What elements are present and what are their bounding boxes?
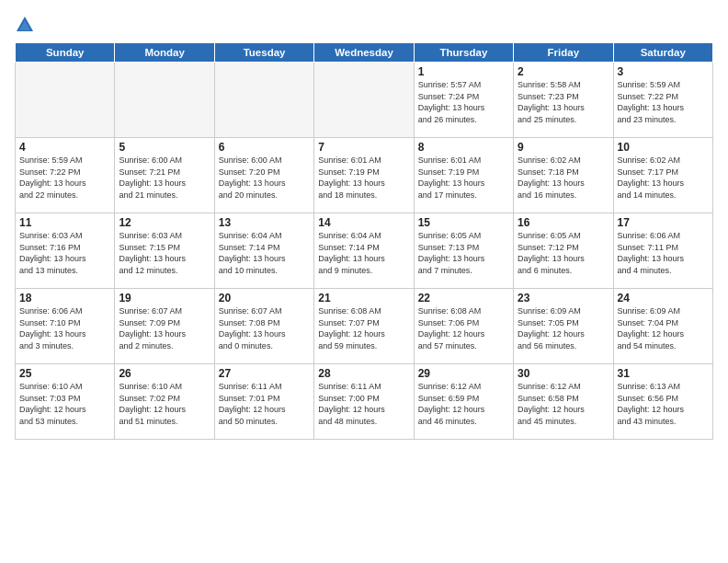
- calendar-cell: 28Sunrise: 6:11 AMSunset: 7:00 PMDayligh…: [314, 364, 414, 440]
- day-number: 1: [418, 65, 509, 78]
- calendar-cell: 8Sunrise: 6:01 AMSunset: 7:19 PMDaylight…: [414, 138, 513, 213]
- calendar-cell: [314, 63, 414, 138]
- calendar-cell: 1Sunrise: 5:57 AMSunset: 7:24 PMDaylight…: [414, 63, 513, 138]
- day-number: 26: [119, 367, 210, 380]
- day-info: Sunrise: 6:07 AMSunset: 7:08 PMDaylight:…: [219, 305, 310, 351]
- day-info: Sunrise: 6:02 AMSunset: 7:18 PMDaylight:…: [518, 155, 609, 201]
- calendar-cell: 14Sunrise: 6:04 AMSunset: 7:14 PMDayligh…: [314, 213, 414, 289]
- day-info: Sunrise: 6:02 AMSunset: 7:17 PMDaylight:…: [618, 155, 709, 201]
- day-info: Sunrise: 6:11 AMSunset: 7:00 PMDaylight:…: [318, 381, 409, 427]
- day-info: Sunrise: 6:08 AMSunset: 7:06 PMDaylight:…: [418, 305, 509, 351]
- calendar-cell: 7Sunrise: 6:01 AMSunset: 7:19 PMDaylight…: [314, 138, 414, 213]
- weekday-header-sunday: Sunday: [16, 43, 115, 63]
- day-number: 28: [318, 367, 409, 380]
- day-number: 20: [219, 292, 310, 304]
- day-number: 3: [618, 65, 709, 78]
- day-info: Sunrise: 6:03 AMSunset: 7:16 PMDaylight:…: [19, 230, 110, 276]
- calendar-cell: 26Sunrise: 6:10 AMSunset: 7:02 PMDayligh…: [115, 364, 214, 440]
- day-info: Sunrise: 6:01 AMSunset: 7:19 PMDaylight:…: [318, 155, 409, 201]
- calendar-cell: 2Sunrise: 5:58 AMSunset: 7:23 PMDaylight…: [514, 63, 613, 138]
- day-number: 6: [219, 141, 310, 154]
- day-number: 23: [518, 292, 609, 304]
- calendar-cell: 12Sunrise: 6:03 AMSunset: 7:15 PMDayligh…: [115, 213, 214, 289]
- weekday-header-thursday: Thursday: [414, 43, 513, 63]
- calendar-cell: 21Sunrise: 6:08 AMSunset: 7:07 PMDayligh…: [314, 289, 414, 364]
- day-number: 12: [119, 216, 210, 229]
- day-number: 21: [318, 292, 409, 304]
- calendar-cell: 17Sunrise: 6:06 AMSunset: 7:11 PMDayligh…: [613, 213, 712, 289]
- header: [15, 15, 713, 35]
- day-info: Sunrise: 6:06 AMSunset: 7:11 PMDaylight:…: [618, 230, 709, 276]
- day-info: Sunrise: 5:57 AMSunset: 7:24 PMDaylight:…: [418, 79, 509, 125]
- day-number: 31: [618, 367, 709, 380]
- page: SundayMondayTuesdayWednesdayThursdayFrid…: [0, 0, 728, 563]
- calendar-cell: 24Sunrise: 6:09 AMSunset: 7:04 PMDayligh…: [613, 289, 712, 364]
- weekday-header-friday: Friday: [514, 43, 613, 63]
- calendar-cell: 3Sunrise: 5:59 AMSunset: 7:22 PMDaylight…: [613, 63, 712, 138]
- calendar-cell: 11Sunrise: 6:03 AMSunset: 7:16 PMDayligh…: [16, 213, 115, 289]
- weekday-header-tuesday: Tuesday: [214, 43, 313, 63]
- day-number: 27: [219, 367, 310, 380]
- day-info: Sunrise: 6:00 AMSunset: 7:20 PMDaylight:…: [219, 155, 310, 201]
- day-number: 4: [19, 141, 110, 154]
- calendar-cell: 31Sunrise: 6:13 AMSunset: 6:56 PMDayligh…: [613, 364, 712, 440]
- calendar-cell: 15Sunrise: 6:05 AMSunset: 7:13 PMDayligh…: [414, 213, 513, 289]
- day-info: Sunrise: 6:05 AMSunset: 7:13 PMDaylight:…: [418, 230, 509, 276]
- day-number: 10: [618, 141, 709, 154]
- day-info: Sunrise: 6:10 AMSunset: 7:03 PMDaylight:…: [19, 381, 110, 427]
- day-info: Sunrise: 6:04 AMSunset: 7:14 PMDaylight:…: [219, 230, 310, 276]
- day-info: Sunrise: 5:59 AMSunset: 7:22 PMDaylight:…: [618, 79, 709, 125]
- calendar-cell: 23Sunrise: 6:09 AMSunset: 7:05 PMDayligh…: [514, 289, 613, 364]
- logo: [15, 15, 39, 35]
- calendar-week-1: 1Sunrise: 5:57 AMSunset: 7:24 PMDaylight…: [16, 63, 713, 138]
- day-number: 2: [518, 65, 609, 78]
- day-info: Sunrise: 6:00 AMSunset: 7:21 PMDaylight:…: [119, 155, 210, 201]
- calendar-cell: 9Sunrise: 6:02 AMSunset: 7:18 PMDaylight…: [514, 138, 613, 213]
- day-number: 22: [418, 292, 509, 304]
- calendar-cell: 19Sunrise: 6:07 AMSunset: 7:09 PMDayligh…: [115, 289, 214, 364]
- calendar-cell: 13Sunrise: 6:04 AMSunset: 7:14 PMDayligh…: [214, 213, 313, 289]
- day-number: 19: [119, 292, 210, 304]
- calendar-cell: 27Sunrise: 6:11 AMSunset: 7:01 PMDayligh…: [214, 364, 313, 440]
- calendar-cell: [115, 63, 214, 138]
- day-info: Sunrise: 6:06 AMSunset: 7:10 PMDaylight:…: [19, 305, 110, 351]
- day-info: Sunrise: 6:11 AMSunset: 7:01 PMDaylight:…: [219, 381, 310, 427]
- calendar-cell: 30Sunrise: 6:12 AMSunset: 6:58 PMDayligh…: [514, 364, 613, 440]
- day-number: 24: [618, 292, 709, 304]
- day-info: Sunrise: 6:01 AMSunset: 7:19 PMDaylight:…: [418, 155, 509, 201]
- calendar-week-3: 11Sunrise: 6:03 AMSunset: 7:16 PMDayligh…: [16, 213, 713, 289]
- day-info: Sunrise: 5:59 AMSunset: 7:22 PMDaylight:…: [19, 155, 110, 201]
- weekday-header-monday: Monday: [115, 43, 214, 63]
- day-number: 5: [119, 141, 210, 154]
- calendar: SundayMondayTuesdayWednesdayThursdayFrid…: [15, 42, 713, 440]
- day-info: Sunrise: 6:12 AMSunset: 6:59 PMDaylight:…: [418, 381, 509, 427]
- day-number: 15: [418, 216, 509, 229]
- day-number: 18: [19, 292, 110, 304]
- day-number: 25: [19, 367, 110, 380]
- calendar-cell: 4Sunrise: 5:59 AMSunset: 7:22 PMDaylight…: [16, 138, 115, 213]
- day-number: 8: [418, 141, 509, 154]
- day-number: 29: [418, 367, 509, 380]
- calendar-cell: 6Sunrise: 6:00 AMSunset: 7:20 PMDaylight…: [214, 138, 313, 213]
- calendar-cell: 20Sunrise: 6:07 AMSunset: 7:08 PMDayligh…: [214, 289, 313, 364]
- day-info: Sunrise: 6:07 AMSunset: 7:09 PMDaylight:…: [119, 305, 210, 351]
- day-info: Sunrise: 6:03 AMSunset: 7:15 PMDaylight:…: [119, 230, 210, 276]
- calendar-cell: 18Sunrise: 6:06 AMSunset: 7:10 PMDayligh…: [16, 289, 115, 364]
- day-number: 16: [518, 216, 609, 229]
- calendar-cell: [214, 63, 313, 138]
- day-info: Sunrise: 6:10 AMSunset: 7:02 PMDaylight:…: [119, 381, 210, 427]
- weekday-header-row: SundayMondayTuesdayWednesdayThursdayFrid…: [16, 43, 713, 63]
- weekday-header-wednesday: Wednesday: [314, 43, 414, 63]
- calendar-week-4: 18Sunrise: 6:06 AMSunset: 7:10 PMDayligh…: [16, 289, 713, 364]
- day-number: 14: [318, 216, 409, 229]
- day-info: Sunrise: 6:12 AMSunset: 6:58 PMDaylight:…: [518, 381, 609, 427]
- day-number: 7: [318, 141, 409, 154]
- weekday-header-saturday: Saturday: [613, 43, 712, 63]
- day-info: Sunrise: 6:05 AMSunset: 7:12 PMDaylight:…: [518, 230, 609, 276]
- day-number: 30: [518, 367, 609, 380]
- day-number: 11: [19, 216, 110, 229]
- day-info: Sunrise: 6:09 AMSunset: 7:04 PMDaylight:…: [618, 305, 709, 351]
- day-number: 17: [618, 216, 709, 229]
- calendar-cell: 16Sunrise: 6:05 AMSunset: 7:12 PMDayligh…: [514, 213, 613, 289]
- calendar-cell: 10Sunrise: 6:02 AMSunset: 7:17 PMDayligh…: [613, 138, 712, 213]
